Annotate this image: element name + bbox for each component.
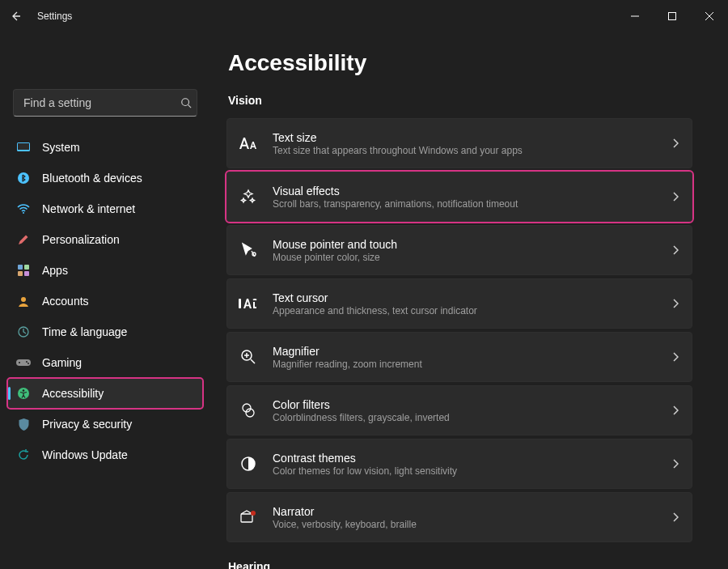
- card-text-size[interactable]: Text sizeText size that appears througho…: [226, 118, 692, 168]
- sidebar-item-apps[interactable]: Apps: [8, 256, 202, 285]
- search-box[interactable]: [13, 89, 197, 117]
- maximize-button[interactable]: [654, 3, 691, 29]
- card-text: Visual effectsScroll bars, transparency,…: [273, 185, 658, 210]
- card-color-filters[interactable]: Color filtersColorblindness filters, gra…: [226, 385, 692, 435]
- titlebar: Settings: [0, 0, 728, 32]
- svg-rect-12: [16, 359, 31, 366]
- svg-point-10: [21, 297, 26, 302]
- svg-rect-9: [24, 271, 29, 276]
- sidebar-item-privacy[interactable]: Privacy & security: [8, 410, 202, 439]
- card-title: Color filters: [273, 398, 658, 411]
- card-subtitle: Colorblindness filters, grayscale, inver…: [273, 412, 658, 423]
- card-subtitle: Voice, verbosity, keyboard, braille: [273, 519, 658, 530]
- system-icon: [16, 140, 31, 155]
- svg-rect-0: [669, 13, 676, 20]
- card-text: Color filtersColorblindness filters, gra…: [273, 398, 658, 423]
- chevron-right-icon: [672, 138, 679, 148]
- close-icon: [705, 12, 713, 20]
- card-title: Text size: [273, 131, 658, 144]
- sidebar-item-network[interactable]: Network & internet: [8, 194, 202, 223]
- page-title: Accessibility: [228, 50, 692, 76]
- windows-update-icon: [16, 448, 31, 462]
- content: Accessibility Vision Text sizeText size …: [210, 32, 728, 569]
- sidebar-item-windows-update[interactable]: Windows Update: [8, 440, 202, 469]
- sidebar-item-label: Accessibility: [42, 387, 194, 400]
- card-text-cursor[interactable]: Text cursorAppearance and thickness, tex…: [226, 278, 692, 329]
- card-mouse-pointer[interactable]: Mouse pointer and touchMouse pointer col…: [226, 225, 692, 275]
- chevron-right-icon: [672, 299, 679, 308]
- sidebar-item-gaming[interactable]: Gaming: [8, 348, 202, 377]
- search-icon: [175, 97, 197, 108]
- color-filters-icon: [239, 401, 258, 420]
- card-text: Contrast themesColor themes for low visi…: [273, 452, 658, 477]
- svg-rect-7: [24, 265, 29, 270]
- sidebar-item-label: Accounts: [42, 295, 194, 308]
- card-visual-effects[interactable]: Visual effectsScroll bars, transparency,…: [226, 172, 692, 222]
- sidebar-item-label: Bluetooth & devices: [42, 172, 194, 185]
- bluetooth-icon: [16, 171, 31, 185]
- card-subtitle: Appearance and thickness, text cursor in…: [273, 305, 658, 316]
- card-subtitle: Color themes for low vision, light sensi…: [273, 465, 658, 477]
- svg-point-16: [23, 389, 25, 392]
- close-button[interactable]: [691, 3, 728, 29]
- card-text: Mouse pointer and touchMouse pointer col…: [273, 238, 658, 263]
- card-text: Text cursorAppearance and thickness, tex…: [273, 291, 658, 316]
- svg-rect-23: [241, 514, 252, 522]
- window-controls: [616, 3, 728, 29]
- sidebar-item-label: Privacy & security: [42, 418, 194, 431]
- sidebar-item-label: Network & internet: [42, 202, 194, 215]
- section-vision-title: Vision: [228, 94, 692, 107]
- card-subtitle: Mouse pointer color, size: [273, 252, 658, 263]
- svg-rect-3: [18, 143, 29, 150]
- sidebar-item-label: System: [42, 141, 194, 154]
- accessibility-icon: [16, 386, 31, 401]
- section-hearing-title: Hearing: [228, 560, 692, 569]
- wifi-icon: [16, 202, 31, 216]
- search-input[interactable]: [14, 96, 175, 109]
- sidebar-item-label: Windows Update: [42, 448, 194, 461]
- sidebar-item-accounts[interactable]: Accounts: [8, 287, 202, 316]
- card-magnifier[interactable]: MagnifierMagnifier reading, zoom increme…: [226, 332, 692, 382]
- window-title: Settings: [37, 11, 72, 22]
- sidebar-item-time-language[interactable]: Time & language: [8, 317, 202, 346]
- sidebar-item-system[interactable]: System: [8, 133, 202, 162]
- sidebar-item-label: Apps: [42, 264, 194, 277]
- card-subtitle: Scroll bars, transparency, animations, n…: [273, 198, 658, 210]
- shield-icon: [16, 417, 31, 431]
- chevron-right-icon: [672, 192, 679, 202]
- chevron-right-icon: [672, 459, 679, 469]
- arrow-left-icon: [10, 10, 23, 23]
- back-button[interactable]: [6, 6, 26, 26]
- nav-list: SystemBluetooth & devicesNetwork & inter…: [8, 133, 202, 469]
- card-narrator[interactable]: NarratorVoice, verbosity, keyboard, brai…: [226, 492, 692, 542]
- card-contrast-themes[interactable]: Contrast themesColor themes for low visi…: [226, 439, 692, 489]
- svg-rect-6: [18, 265, 23, 270]
- chevron-right-icon: [672, 245, 679, 255]
- time-language-icon: [16, 325, 31, 339]
- narrator-icon: [239, 507, 258, 527]
- minimize-button[interactable]: [616, 3, 654, 29]
- apps-icon: [16, 263, 31, 278]
- gaming-icon: [16, 355, 31, 370]
- sidebar-item-accessibility[interactable]: Accessibility: [8, 379, 202, 408]
- card-title: Narrator: [273, 505, 658, 518]
- svg-point-13: [26, 361, 28, 363]
- card-title: Visual effects: [273, 185, 658, 197]
- svg-rect-8: [18, 271, 23, 276]
- sidebar-item-personalization[interactable]: Personalization: [8, 225, 202, 254]
- card-text: NarratorVoice, verbosity, keyboard, brai…: [273, 505, 658, 530]
- card-title: Text cursor: [273, 291, 658, 304]
- card-title: Magnifier: [273, 345, 658, 358]
- sidebar-item-label: Gaming: [42, 356, 194, 369]
- card-subtitle: Magnifier reading, zoom increment: [273, 359, 658, 370]
- svg-point-5: [23, 212, 24, 214]
- text-cursor-icon: [239, 294, 258, 313]
- card-text: Text sizeText size that appears througho…: [273, 131, 658, 156]
- vision-cards: Text sizeText size that appears througho…: [226, 118, 692, 542]
- card-title: Mouse pointer and touch: [273, 238, 658, 251]
- sidebar-item-label: Personalization: [42, 233, 194, 246]
- pen-icon: [16, 232, 31, 247]
- contrast-icon: [239, 454, 258, 473]
- sidebar-item-bluetooth[interactable]: Bluetooth & devices: [8, 163, 202, 193]
- card-text: MagnifierMagnifier reading, zoom increme…: [273, 345, 658, 370]
